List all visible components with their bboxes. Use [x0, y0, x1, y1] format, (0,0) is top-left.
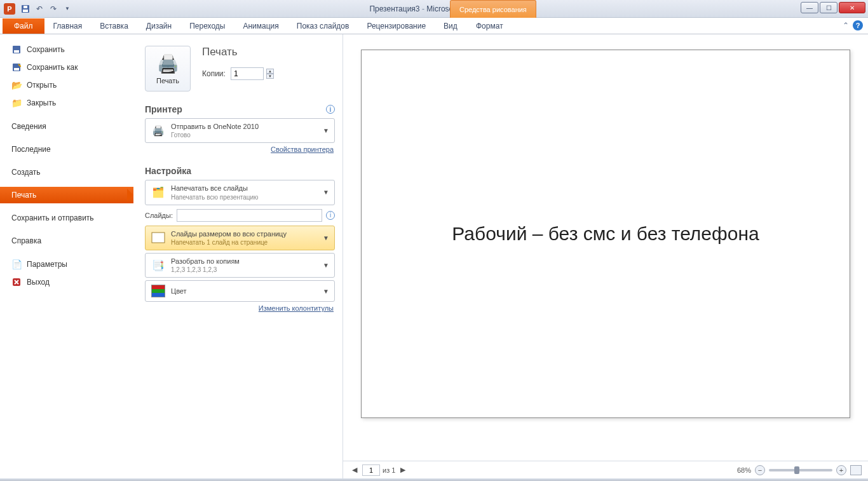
quick-access-toolbar: ↶ ↷ ▼	[19, 3, 74, 15]
page-layout-selector[interactable]: Слайды размером во всю страницу Напечата…	[145, 226, 335, 250]
open-folder-icon: 📂	[11, 80, 22, 90]
color-swatch-icon	[151, 284, 166, 298]
sidebar-item-new[interactable]: Создать	[0, 164, 133, 180]
sidebar-label: Сохранить как	[27, 63, 78, 72]
ribbon-help-area: ⌃ ?	[843, 20, 863, 30]
chevron-down-icon: ▼	[323, 288, 329, 295]
info-icon[interactable]: i	[326, 211, 335, 220]
sidebar-label: Сохранить и отправить	[11, 213, 94, 222]
sidebar-label: Сохранить	[27, 45, 65, 54]
sidebar-item-recent[interactable]: Последние	[0, 141, 133, 158]
svg-rect-1	[23, 10, 28, 12]
ribbon-tabs: Файл Главная Вставка Дизайн Переходы Ани…	[0, 18, 868, 34]
tab-file[interactable]: Файл	[3, 18, 44, 34]
layout-sub: Напечатать 1 слайд на странице	[171, 238, 318, 247]
tab-slideshow[interactable]: Показ слайдов	[288, 18, 358, 34]
sidebar-label: Печать	[11, 191, 36, 200]
current-page-input[interactable]	[362, 464, 380, 476]
tab-home[interactable]: Главная	[44, 18, 92, 34]
prev-page-button[interactable]: ◀	[349, 465, 360, 475]
page-of-label: из 1	[383, 466, 395, 474]
slide-preview-page: Рабочий – без смс и без телефона	[361, 50, 850, 418]
edit-header-footer-link[interactable]: Изменить колонтитулы	[259, 304, 334, 312]
slides-input[interactable]	[177, 209, 322, 222]
collate-title: Разобрать по копиям	[171, 257, 318, 266]
zoom-in-button[interactable]: +	[836, 465, 846, 475]
svg-rect-4	[14, 50, 19, 53]
print-range-selector[interactable]: 🗂️ Напечатать все слайды Напечатать всю …	[145, 180, 335, 205]
exit-icon	[11, 277, 22, 287]
sidebar-item-options[interactable]: 📄Параметры	[0, 255, 133, 273]
slides-label: Слайды:	[145, 212, 173, 219]
collate-selector[interactable]: 📑 Разобрать по копиям 1,2,3 1,2,3 1,2,3 …	[145, 253, 335, 278]
slide-content-text: Рабочий – без смс и без телефона	[426, 221, 784, 247]
spinner-up-icon[interactable]: ▲	[266, 69, 274, 74]
help-icon[interactable]: ?	[853, 20, 863, 30]
minimize-ribbon-icon[interactable]: ⌃	[843, 21, 849, 30]
sidebar-label: Сведения	[11, 122, 46, 131]
settings-section-heading: Настройка	[145, 166, 191, 176]
preview-footer: ◀ из 1 ▶ 68% − +	[343, 461, 868, 478]
svg-rect-6	[14, 68, 19, 71]
undo-icon[interactable]: ↶	[33, 3, 46, 15]
page-navigator: ◀ из 1 ▶	[349, 464, 408, 476]
color-selector[interactable]: Цвет ▼	[145, 280, 335, 302]
title-bar: P ↶ ↷ ▼ Презентация3 - Microsoft PowerPo…	[0, 0, 868, 18]
sidebar-item-share[interactable]: Сохранить и отправить	[0, 210, 133, 226]
zoom-slider-thumb[interactable]	[794, 466, 799, 474]
contextual-tab-label: Средства рисования	[459, 6, 527, 13]
sidebar-label: Выход	[27, 278, 50, 287]
tab-insert[interactable]: Вставка	[91, 18, 137, 34]
zoom-out-button[interactable]: −	[755, 465, 765, 475]
sidebar-item-close[interactable]: 📁Закрыть	[0, 94, 133, 112]
sidebar-label: Открыть	[27, 81, 57, 90]
chevron-down-icon: ▼	[323, 127, 329, 134]
qat-more-icon[interactable]: ▼	[61, 3, 74, 15]
sidebar-item-info[interactable]: Сведения	[0, 118, 133, 135]
printer-icon: 🖨️	[157, 53, 179, 74]
zoom-slider[interactable]	[769, 469, 832, 471]
printer-name: Отправить в OneNote 2010	[171, 122, 318, 131]
sidebar-item-print[interactable]: Печать	[0, 187, 133, 203]
collate-sub: 1,2,3 1,2,3 1,2,3	[171, 266, 318, 274]
print-button[interactable]: 🖨️ Печать	[145, 46, 191, 91]
sidebar-item-exit[interactable]: Выход	[0, 273, 133, 291]
maximize-button[interactable]: ☐	[820, 2, 837, 13]
backstage-sidebar: Сохранить Сохранить как 📂Открыть 📁Закрыт…	[0, 34, 133, 478]
tab-transitions[interactable]: Переходы	[180, 18, 234, 34]
sidebar-label: Создать	[11, 168, 41, 177]
zoom-fit-button[interactable]	[850, 465, 862, 475]
sidebar-item-save-as[interactable]: Сохранить как	[0, 58, 133, 76]
sidebar-item-help[interactable]: Справка	[0, 233, 133, 249]
svg-rect-8	[152, 233, 165, 243]
save-icon[interactable]	[19, 3, 32, 15]
tab-design[interactable]: Дизайн	[137, 18, 180, 34]
minimize-button[interactable]: —	[801, 2, 818, 13]
window-controls: — ☐ ✕	[801, 2, 865, 13]
close-button[interactable]: ✕	[839, 2, 865, 13]
printer-properties-link[interactable]: Свойства принтера	[271, 146, 334, 153]
tab-review[interactable]: Рецензирование	[358, 18, 435, 34]
print-range-title: Напечатать все слайды	[171, 184, 318, 193]
next-page-button[interactable]: ▶	[398, 465, 408, 475]
copies-spinner[interactable]: ▲▼	[266, 69, 274, 79]
sidebar-label: Последние	[11, 145, 51, 154]
sidebar-item-save[interactable]: Сохранить	[0, 41, 133, 58]
sidebar-label: Параметры	[27, 260, 67, 269]
tab-animations[interactable]: Анимация	[234, 18, 287, 34]
print-range-sub: Напечатать всю презентацию	[171, 193, 318, 201]
zoom-percentage: 68%	[737, 466, 751, 474]
print-heading: Печать	[202, 46, 274, 58]
print-button-label: Печать	[156, 77, 179, 85]
copies-input[interactable]	[231, 67, 264, 80]
collate-icon: 📑	[151, 259, 166, 273]
tab-format[interactable]: Формат	[467, 18, 512, 34]
sidebar-item-open[interactable]: 📂Открыть	[0, 76, 133, 94]
redo-icon[interactable]: ↷	[47, 3, 60, 15]
printer-selector[interactable]: 🖨️ Отправить в OneNote 2010 Готово ▼	[145, 118, 335, 143]
backstage-view: Сохранить Сохранить как 📂Открыть 📁Закрыт…	[0, 34, 868, 478]
spinner-down-icon[interactable]: ▼	[266, 74, 274, 79]
zoom-controls: 68% − +	[737, 465, 862, 475]
info-icon[interactable]: i	[326, 105, 335, 114]
tab-view[interactable]: Вид	[435, 18, 466, 34]
